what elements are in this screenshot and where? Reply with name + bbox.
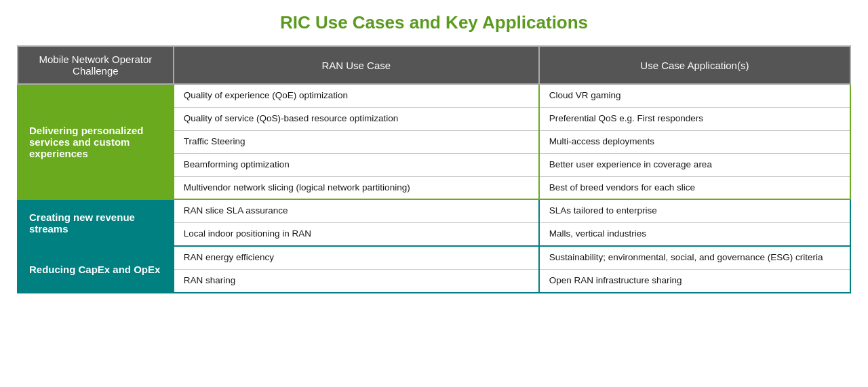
section-label: Reducing CapEx and OpEx [18,246,174,293]
application-item: Sustainability; environmental, social, a… [540,247,850,270]
use-case-item: Quality of experience (QoE) optimization [174,85,538,108]
header-col3: Use Case Application(s) [539,46,850,84]
use-case-item: Beamforming optimization [174,154,538,177]
applications-cell: Sustainability; environmental, social, a… [539,246,850,293]
table-row: Reducing CapEx and OpEx RAN energy effic… [18,246,850,293]
use-case-item: Local indoor positioning in RAN [174,223,538,245]
header-col2: RAN Use Case [174,46,539,84]
header-col1: Mobile Network Operator Challenge [18,46,174,84]
use-case-item: Multivendor network slicing (logical net… [174,177,538,199]
applications-cell: Cloud VR gamingPreferential QoS e.g. Fir… [539,84,850,199]
use-case-item: RAN energy efficiency [174,247,538,270]
use-case-item: RAN sharing [174,270,538,292]
use-cases-cell: RAN energy efficiencyRAN sharing [174,246,539,293]
applications-cell: SLAs tailored to enterpriseMalls, vertic… [539,199,850,246]
application-item: Preferential QoS e.g. First responders [540,108,850,131]
application-item: Better user experience in coverage area [540,154,850,177]
application-item: Multi-access deployments [540,131,850,154]
use-case-item: Quality of service (QoS)-based resource … [174,108,538,131]
use-cases-cell: Quality of experience (QoE) optimization… [174,84,539,199]
application-item: Malls, vertical industries [540,223,850,245]
ric-table: Mobile Network Operator Challenge RAN Us… [17,45,851,293]
section-label: Delivering personalized services and cus… [18,84,174,199]
table-row: Creating new revenue streams RAN slice S… [18,199,850,246]
table-row: Delivering personalized services and cus… [18,84,850,199]
use-case-item: Traffic Steering [174,131,538,154]
use-case-item: RAN slice SLA assurance [174,200,538,223]
application-item: Open RAN infrastructure sharing [540,270,850,292]
application-item: Best of breed vendors for each slice [540,177,850,199]
section-label: Creating new revenue streams [18,199,174,246]
application-item: Cloud VR gaming [540,85,850,108]
use-cases-cell: RAN slice SLA assuranceLocal indoor posi… [174,199,539,246]
page-title: RIC Use Cases and Key Applications [280,12,588,33]
table-header-row: Mobile Network Operator Challenge RAN Us… [18,46,850,84]
application-item: SLAs tailored to enterprise [540,200,850,223]
